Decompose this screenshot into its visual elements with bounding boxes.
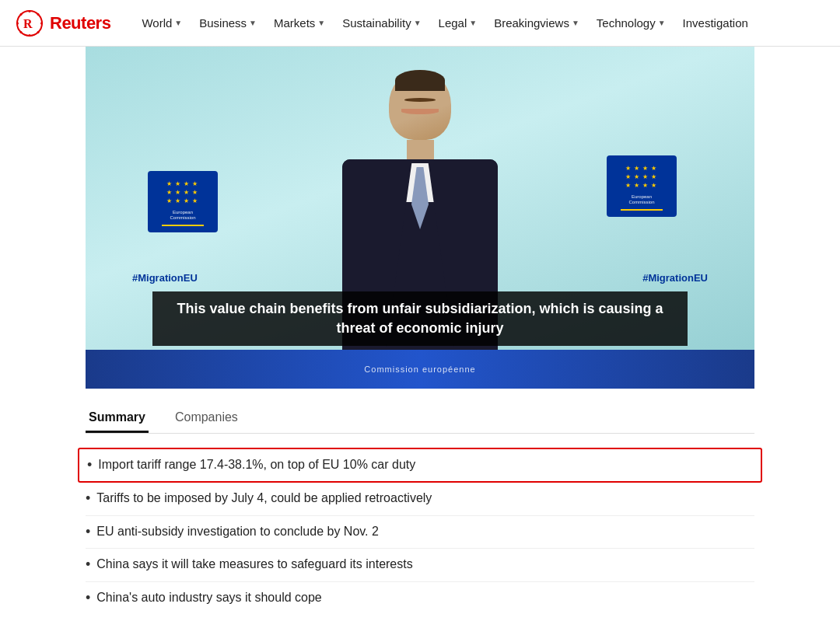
nav-item-markets[interactable]: Markets ▼ [266, 12, 333, 34]
content-tabs: Summary Companies [86, 389, 754, 434]
bullet-item: • Tariffs to be imposed by July 4, could… [86, 483, 754, 515]
tab-summary[interactable]: Summary [86, 404, 149, 433]
chevron-down-icon: ▼ [414, 19, 422, 27]
bullet-dot-icon: • [87, 456, 92, 474]
bullet-item: • EU anti-subsidy investigation to concl… [86, 516, 754, 549]
site-header: R Reuters World ▼ Business ▼ Markets ▼ S… [0, 0, 840, 47]
bullet-item: • China says it will take measures to sa… [86, 549, 754, 581]
bullet-dot-icon: • [86, 589, 90, 607]
nav-item-world[interactable]: World ▼ [134, 12, 190, 34]
main-nav: World ▼ Business ▼ Markets ▼ Sustainabil… [134, 12, 824, 34]
chevron-down-icon: ▼ [249, 19, 257, 27]
svg-point-2 [29, 34, 31, 37]
chevron-down-icon: ▼ [469, 19, 477, 27]
nav-item-technology[interactable]: Technology ▼ [589, 12, 674, 34]
nav-item-sustainability[interactable]: Sustainability ▼ [334, 12, 429, 34]
bullet-dot-icon: • [86, 556, 90, 574]
svg-point-1 [29, 10, 31, 12]
eu-flag-right: ★ ★ ★ ★ ★ ★ ★ ★ ★ ★ ★ ★ EuropeanCommissi… [607, 155, 677, 217]
eu-flag-left: ★ ★ ★ ★ ★ ★ ★ ★ ★ ★ ★ ★ EuropeanCommissi… [148, 171, 218, 232]
svg-point-8 [37, 31, 40, 33]
logo-wordmark: Reuters [50, 13, 110, 33]
reuters-logo[interactable]: R Reuters [16, 9, 110, 37]
video-subtitle: This value chain benefits from unfair su… [152, 291, 688, 346]
bullet-dot-icon: • [86, 523, 90, 541]
svg-text:R: R [23, 17, 33, 30]
svg-point-5 [20, 13, 23, 16]
video-player[interactable]: ★ ★ ★ ★ ★ ★ ★ ★ ★ ★ ★ ★ EuropeanCommissi… [86, 47, 754, 389]
nav-item-business[interactable]: Business ▼ [191, 12, 264, 34]
svg-point-3 [16, 22, 19, 24]
svg-point-6 [37, 13, 40, 16]
podium-banner: Commission européenne [86, 350, 754, 389]
chevron-down-icon: ▼ [658, 19, 666, 27]
bullet-dot-icon: • [86, 490, 90, 508]
nav-item-legal[interactable]: Legal ▼ [431, 12, 485, 34]
bullet-item: • Import tariff range 17.4-38.1%, on top… [78, 448, 762, 483]
migration-hashtag-left: #MigrationEU [132, 272, 198, 284]
bullet-item: • China's auto industry says it should c… [86, 582, 754, 614]
logo-icon: R [16, 9, 44, 37]
svg-point-4 [40, 22, 43, 24]
summary-bullets: • Import tariff range 17.4-38.1%, on top… [86, 434, 754, 628]
video-background: ★ ★ ★ ★ ★ ★ ★ ★ ★ ★ ★ ★ EuropeanCommissi… [86, 47, 754, 389]
nav-item-investigation[interactable]: Investigation [675, 12, 756, 34]
article-content: ★ ★ ★ ★ ★ ★ ★ ★ ★ ★ ★ ★ EuropeanCommissi… [86, 47, 754, 628]
chevron-down-icon: ▼ [317, 19, 325, 27]
tab-companies[interactable]: Companies [172, 404, 241, 433]
svg-point-7 [20, 31, 23, 33]
chevron-down-icon: ▼ [174, 19, 182, 27]
nav-item-breakingviews[interactable]: Breakingviews ▼ [486, 12, 587, 34]
chevron-down-icon: ▼ [572, 19, 579, 27]
migration-hashtag-right: #MigrationEU [642, 272, 708, 284]
